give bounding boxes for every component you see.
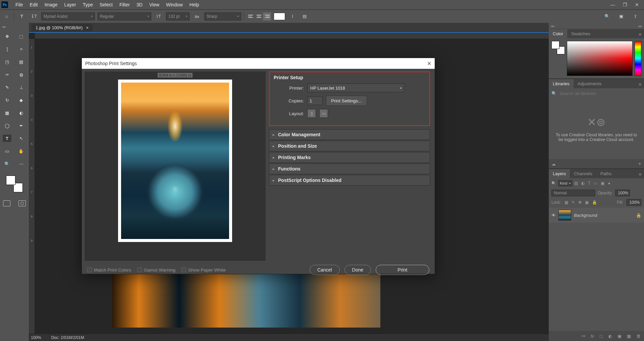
cloud-sync-icon[interactable]: ☁ bbox=[551, 161, 556, 166]
lib-panel-menu-icon[interactable]: ≡ bbox=[636, 81, 644, 88]
tab-paths[interactable]: Paths bbox=[596, 169, 615, 178]
layer-background[interactable]: 👁 Background 🔒 bbox=[549, 208, 644, 223]
document-tab[interactable]: 1.jpg @ 100% (RGB/8#) × bbox=[32, 24, 93, 32]
eyedropper-tool[interactable]: ✑ bbox=[3, 71, 11, 78]
shape-tool[interactable]: ▭ bbox=[3, 147, 11, 155]
home-icon[interactable]: ⌂ bbox=[2, 12, 11, 21]
lasso-tool[interactable]: ⟆ bbox=[3, 45, 11, 53]
zoom-tool[interactable]: 🔍 bbox=[3, 160, 11, 167]
gradient-tool[interactable]: ▦ bbox=[3, 109, 11, 116]
stamp-tool[interactable]: ⊥ bbox=[17, 84, 25, 91]
filter-kind-select[interactable]: Kind▾ bbox=[558, 180, 572, 186]
warp-text-icon[interactable]: I bbox=[288, 12, 297, 21]
standard-mode-icon[interactable] bbox=[3, 200, 10, 206]
tab-layers[interactable]: Layers bbox=[549, 169, 570, 178]
section-postscript[interactable]: ▸PostScript Options Disabled bbox=[269, 175, 430, 186]
layer-group-icon[interactable]: ▣ bbox=[618, 334, 622, 339]
collapse-left-icon[interactable]: ◂◂ bbox=[551, 24, 554, 28]
gamut-warning-checkbox[interactable]: Gamut Warning bbox=[137, 267, 175, 273]
hue-strip[interactable] bbox=[635, 41, 641, 76]
quick-mask-icon[interactable] bbox=[18, 200, 26, 206]
link-layers-icon[interactable]: ⚯ bbox=[582, 334, 585, 339]
panel-fgbg-colors[interactable] bbox=[551, 41, 565, 54]
path-select-tool[interactable]: ↖ bbox=[17, 135, 25, 142]
eraser-tool[interactable]: ◆ bbox=[17, 96, 25, 104]
font-family-select[interactable]: Myriad Arabic▾ bbox=[41, 12, 95, 20]
show-paper-white-checkbox[interactable]: Show Paper White bbox=[181, 267, 226, 273]
match-print-colors-checkbox[interactable]: Match Print Colors bbox=[87, 267, 131, 273]
layer-lock-icon[interactable]: 🔒 bbox=[636, 213, 641, 218]
more-tools[interactable]: ⋯ bbox=[17, 160, 25, 167]
history-brush-tool[interactable]: ↻ bbox=[3, 96, 11, 104]
fill-input[interactable]: 100% bbox=[627, 199, 641, 206]
zoom-level[interactable]: 100% bbox=[31, 335, 41, 340]
filter-smart-icon[interactable]: ▣ bbox=[601, 181, 604, 186]
window-close-icon[interactable]: ✕ bbox=[634, 2, 640, 7]
character-panel-icon[interactable]: ▤ bbox=[300, 12, 309, 21]
hand-tool[interactable]: ✋ bbox=[17, 147, 25, 155]
lock-all-icon[interactable]: 🔒 bbox=[592, 200, 597, 205]
share-icon[interactable]: ⇪ bbox=[631, 12, 640, 21]
move-tool[interactable]: ✥ bbox=[3, 33, 11, 40]
menu-image[interactable]: Image bbox=[41, 2, 61, 7]
menu-view[interactable]: View bbox=[146, 2, 163, 7]
printer-select[interactable]: HP LaserJet 1018▾ bbox=[307, 84, 405, 92]
layout-landscape-icon[interactable]: ▭ bbox=[319, 109, 328, 118]
window-restore-icon[interactable]: ❐ bbox=[622, 2, 628, 7]
new-layer-icon[interactable]: ▦ bbox=[627, 334, 631, 339]
menu-3d[interactable]: 3D bbox=[133, 2, 146, 7]
delete-layer-icon[interactable]: 🗑 bbox=[636, 334, 641, 339]
align-left-button[interactable] bbox=[247, 12, 255, 20]
doc-info[interactable]: Doc: 2/01M/2/01M bbox=[51, 335, 84, 340]
collapse-icon[interactable]: ◂◂ bbox=[2, 25, 5, 29]
filter-toggle-icon[interactable]: ● bbox=[608, 181, 610, 186]
copies-input[interactable] bbox=[307, 96, 323, 105]
opacity-input[interactable]: 100% bbox=[615, 190, 630, 196]
window-minimize-icon[interactable]: — bbox=[610, 2, 616, 7]
lock-pixels-icon[interactable]: ✎ bbox=[572, 200, 575, 205]
filter-adjust-icon[interactable]: ◐ bbox=[581, 181, 585, 186]
brush-tool[interactable]: ✎ bbox=[3, 84, 11, 91]
print-button[interactable]: Print bbox=[376, 265, 429, 275]
type-orientation-icon[interactable]: ↧T bbox=[29, 12, 39, 21]
blur-tool[interactable]: ◐ bbox=[17, 109, 25, 116]
patch-tool[interactable]: ◍ bbox=[17, 71, 25, 78]
marquee-tool[interactable]: ⬚ bbox=[17, 33, 25, 40]
layers-panel-menu-icon[interactable]: ≡ bbox=[636, 170, 644, 178]
tab-color[interactable]: Color bbox=[549, 29, 567, 38]
color-field[interactable] bbox=[567, 41, 633, 76]
menu-window[interactable]: Window bbox=[163, 2, 186, 7]
align-right-button[interactable] bbox=[263, 12, 271, 20]
dialog-title-bar[interactable]: Photoshop Print Settings ✕ bbox=[82, 58, 435, 69]
section-color-management[interactable]: ▸Color Management bbox=[269, 129, 430, 140]
lock-artboard-icon[interactable]: ▣ bbox=[585, 200, 589, 205]
filter-pixel-icon[interactable]: ▧ bbox=[574, 181, 578, 186]
section-functions[interactable]: ▸Functions bbox=[269, 163, 430, 174]
font-size-select[interactable]: 132 pt▾ bbox=[166, 12, 190, 20]
cancel-button[interactable]: Cancel bbox=[310, 265, 340, 275]
menu-help[interactable]: Help bbox=[186, 2, 203, 7]
dodge-tool[interactable]: ◯ bbox=[3, 122, 11, 129]
done-button[interactable]: Done bbox=[344, 265, 371, 275]
slice-tool[interactable]: ▧ bbox=[17, 58, 25, 65]
menu-file[interactable]: File bbox=[12, 2, 26, 7]
lock-transparent-icon[interactable]: ▦ bbox=[565, 200, 568, 205]
dialog-close-icon[interactable]: ✕ bbox=[427, 60, 431, 67]
arrange-docs-icon[interactable]: ▣ bbox=[616, 12, 626, 21]
align-center-button[interactable] bbox=[255, 12, 263, 20]
menu-filter[interactable]: Filter bbox=[116, 2, 133, 7]
layer-fx-icon[interactable]: fx bbox=[591, 334, 594, 339]
filter-shape-icon[interactable]: ▭ bbox=[594, 181, 597, 186]
font-weight-select[interactable]: Regular▾ bbox=[98, 12, 151, 20]
expand-right-icon[interactable]: ▸▸ bbox=[639, 24, 642, 28]
adjustment-layer-icon[interactable]: ◐ bbox=[608, 334, 612, 339]
tab-channels[interactable]: Channels bbox=[570, 169, 596, 178]
antialias-select[interactable]: Sharp▾ bbox=[204, 12, 241, 20]
library-search-input[interactable] bbox=[559, 91, 641, 96]
blend-mode-select[interactable]: Normal bbox=[551, 190, 595, 196]
add-library-icon[interactable]: + bbox=[638, 161, 641, 167]
close-tab-icon[interactable]: × bbox=[86, 25, 89, 30]
text-color-swatch[interactable] bbox=[274, 13, 285, 20]
crop-tool[interactable]: ◳ bbox=[3, 58, 11, 65]
quick-select-tool[interactable]: ✧ bbox=[17, 45, 25, 53]
